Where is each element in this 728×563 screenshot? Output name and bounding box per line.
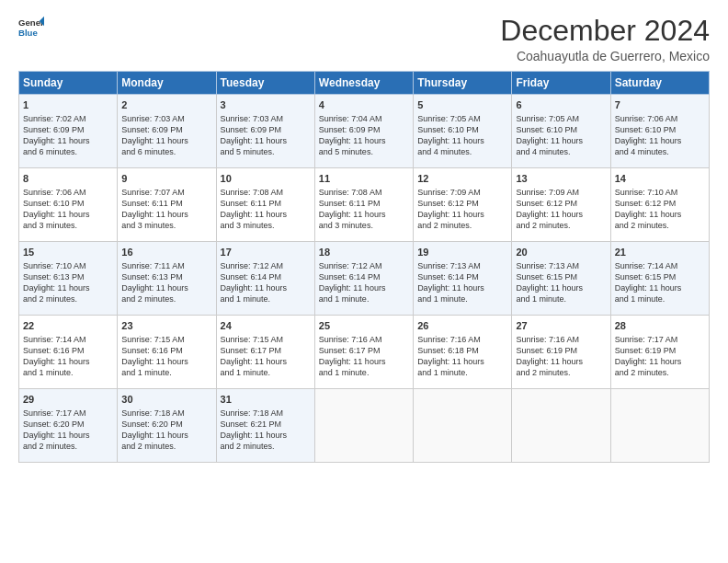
- day-info-line: Daylight: 11 hours: [319, 209, 409, 220]
- day-info-line: Sunrise: 7:12 AM: [319, 260, 409, 271]
- day-info-line: Sunset: 6:20 PM: [121, 419, 211, 430]
- day-info-line: Sunrise: 7:08 AM: [319, 187, 409, 198]
- calendar-week-row: 1Sunrise: 7:02 AMSunset: 6:09 PMDaylight…: [19, 95, 710, 168]
- day-info-line: and 2 minutes.: [516, 367, 606, 378]
- day-info-line: and 2 minutes.: [615, 220, 705, 231]
- calendar-day-cell: 13Sunrise: 7:09 AMSunset: 6:12 PMDayligh…: [512, 168, 610, 242]
- calendar-header-cell: Thursday: [414, 72, 512, 95]
- calendar-header-cell: Tuesday: [216, 72, 314, 95]
- day-info-line: Sunrise: 7:15 AM: [221, 334, 311, 345]
- day-info-line: Sunset: 6:12 PM: [615, 198, 705, 209]
- day-info-line: Sunset: 6:17 PM: [221, 345, 311, 356]
- calendar-day-cell: 15Sunrise: 7:10 AMSunset: 6:13 PMDayligh…: [19, 242, 118, 316]
- calendar-day-cell: 18Sunrise: 7:12 AMSunset: 6:14 PMDayligh…: [314, 242, 413, 316]
- day-number: 28: [615, 319, 705, 333]
- day-info-line: Sunrise: 7:09 AM: [417, 187, 507, 198]
- day-info-line: Sunrise: 7:14 AM: [615, 260, 705, 271]
- day-info-line: and 4 minutes.: [417, 146, 507, 157]
- day-number: 8: [23, 172, 113, 186]
- day-number: 14: [615, 172, 705, 186]
- calendar-day-cell: 2Sunrise: 7:03 AMSunset: 6:09 PMDaylight…: [118, 95, 216, 168]
- calendar-day-cell: 24Sunrise: 7:15 AMSunset: 6:17 PMDayligh…: [216, 316, 314, 389]
- day-info-line: Sunrise: 7:08 AM: [221, 187, 311, 198]
- calendar-week-row: 29Sunrise: 7:17 AMSunset: 6:20 PMDayligh…: [19, 389, 710, 463]
- day-info-line: and 4 minutes.: [516, 146, 606, 157]
- day-info-line: and 6 minutes.: [23, 146, 113, 157]
- day-info-line: Daylight: 11 hours: [417, 356, 507, 367]
- day-info-line: Sunrise: 7:16 AM: [417, 334, 507, 345]
- day-info-line: and 2 minutes.: [516, 220, 606, 231]
- calendar-day-cell: [610, 389, 709, 463]
- day-info-line: Sunset: 6:15 PM: [615, 271, 705, 282]
- day-info-line: Daylight: 11 hours: [221, 356, 311, 367]
- day-info-line: Daylight: 11 hours: [121, 356, 211, 367]
- day-info-line: Daylight: 11 hours: [516, 209, 606, 220]
- day-info-line: and 2 minutes.: [417, 220, 507, 231]
- day-info-line: Sunrise: 7:05 AM: [417, 113, 507, 124]
- day-info-line: Daylight: 11 hours: [23, 356, 113, 367]
- calendar-week-row: 8Sunrise: 7:06 AMSunset: 6:10 PMDaylight…: [19, 168, 710, 242]
- day-number: 15: [23, 246, 113, 259]
- day-info-line: Daylight: 11 hours: [516, 282, 606, 293]
- calendar-body: 1Sunrise: 7:02 AMSunset: 6:09 PMDaylight…: [19, 95, 710, 463]
- day-info-line: Sunset: 6:09 PM: [23, 124, 113, 135]
- day-info-line: Sunrise: 7:13 AM: [417, 260, 507, 271]
- day-info-line: Sunset: 6:11 PM: [121, 198, 211, 209]
- day-info-line: Daylight: 11 hours: [23, 135, 113, 146]
- calendar-day-cell: [314, 389, 413, 463]
- day-number: 27: [516, 319, 606, 333]
- day-number: 21: [615, 246, 705, 259]
- day-number: 19: [417, 246, 507, 259]
- day-info-line: and 1 minute.: [516, 293, 606, 304]
- day-info-line: Daylight: 11 hours: [121, 282, 211, 293]
- day-info-line: Sunrise: 7:16 AM: [319, 334, 409, 345]
- day-info-line: Daylight: 11 hours: [23, 209, 113, 220]
- calendar-day-cell: 27Sunrise: 7:16 AMSunset: 6:19 PMDayligh…: [512, 316, 610, 389]
- day-number: 1: [23, 98, 113, 112]
- day-info-line: Daylight: 11 hours: [615, 356, 705, 367]
- day-number: 22: [23, 319, 113, 333]
- calendar-day-cell: 3Sunrise: 7:03 AMSunset: 6:09 PMDaylight…: [216, 95, 314, 168]
- day-info-line: Sunset: 6:21 PM: [221, 419, 311, 430]
- day-info-line: Sunrise: 7:11 AM: [121, 260, 211, 271]
- day-info-line: and 5 minutes.: [319, 146, 409, 157]
- day-info-line: and 2 minutes.: [23, 441, 113, 452]
- day-number: 18: [319, 246, 409, 259]
- day-number: 17: [221, 246, 311, 259]
- day-info-line: Sunrise: 7:17 AM: [23, 408, 113, 419]
- day-info-line: Sunset: 6:11 PM: [319, 198, 409, 209]
- day-info-line: and 1 minute.: [319, 367, 409, 378]
- day-info-line: and 2 minutes.: [615, 367, 705, 378]
- day-info-line: Sunrise: 7:10 AM: [23, 260, 113, 271]
- calendar-header-cell: Monday: [118, 72, 216, 95]
- day-number: 23: [121, 319, 211, 333]
- calendar-day-cell: 8Sunrise: 7:06 AMSunset: 6:10 PMDaylight…: [19, 168, 118, 242]
- logo-icon: General Blue: [18, 15, 44, 40]
- day-info-line: Daylight: 11 hours: [516, 135, 606, 146]
- day-number: 4: [319, 98, 409, 112]
- day-info-line: and 6 minutes.: [121, 146, 211, 157]
- day-number: 31: [221, 393, 311, 407]
- day-info-line: Sunset: 6:15 PM: [516, 271, 606, 282]
- day-info-line: Sunset: 6:19 PM: [516, 345, 606, 356]
- calendar-day-cell: 14Sunrise: 7:10 AMSunset: 6:12 PMDayligh…: [610, 168, 709, 242]
- day-number: 24: [221, 319, 311, 333]
- day-info-line: Daylight: 11 hours: [23, 282, 113, 293]
- day-info-line: Sunset: 6:09 PM: [319, 124, 409, 135]
- calendar-header-row: SundayMondayTuesdayWednesdayThursdayFrid…: [19, 72, 710, 95]
- day-info-line: Daylight: 11 hours: [23, 430, 113, 441]
- day-info-line: Sunrise: 7:15 AM: [121, 334, 211, 345]
- day-number: 7: [615, 98, 705, 112]
- day-info-line: Daylight: 11 hours: [615, 209, 705, 220]
- header: General Blue December 2024 Coahuayutla d…: [18, 15, 710, 63]
- day-info-line: and 1 minute.: [121, 367, 211, 378]
- calendar-day-cell: 9Sunrise: 7:07 AMSunset: 6:11 PMDaylight…: [118, 168, 216, 242]
- day-info-line: Daylight: 11 hours: [615, 135, 705, 146]
- day-info-line: and 4 minutes.: [615, 146, 705, 157]
- day-info-line: Sunrise: 7:06 AM: [615, 113, 705, 124]
- day-info-line: and 3 minutes.: [23, 220, 113, 231]
- calendar-day-cell: [414, 389, 512, 463]
- calendar-week-row: 22Sunrise: 7:14 AMSunset: 6:16 PMDayligh…: [19, 316, 710, 389]
- day-info-line: Daylight: 11 hours: [221, 282, 311, 293]
- day-info-line: Sunset: 6:09 PM: [221, 124, 311, 135]
